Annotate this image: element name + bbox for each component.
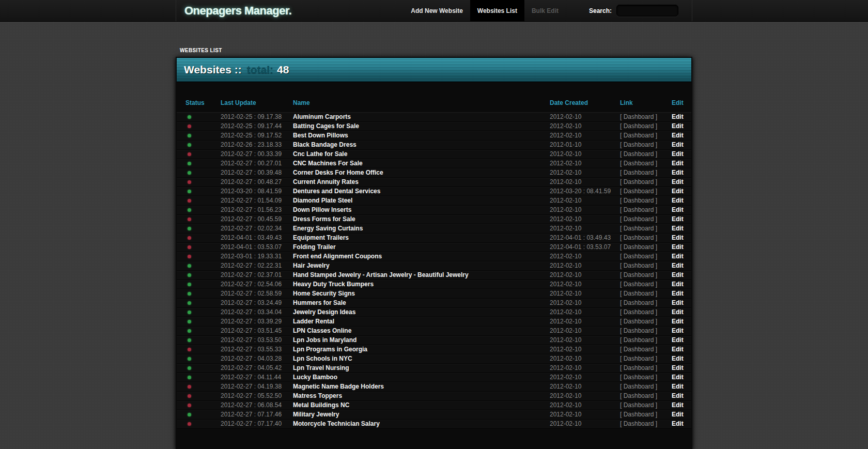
- column-header-last-update[interactable]: Last Update: [221, 94, 293, 112]
- dashboard-link[interactable]: [ Dashboard ]: [620, 141, 657, 148]
- status-cell: [177, 345, 221, 354]
- search-input[interactable]: [616, 5, 678, 17]
- edit-link[interactable]: Edit: [672, 150, 684, 158]
- dashboard-link[interactable]: [ Dashboard ]: [620, 188, 657, 195]
- dashboard-link[interactable]: [ Dashboard ]: [620, 243, 657, 251]
- edit-link[interactable]: Edit: [672, 178, 684, 185]
- dashboard-link[interactable]: [ Dashboard ]: [620, 308, 657, 316]
- edit-link[interactable]: Edit: [672, 169, 684, 176]
- edit-link[interactable]: Edit: [672, 411, 684, 418]
- edit-link[interactable]: Edit: [672, 271, 684, 278]
- edit-cell: Edit: [672, 177, 691, 187]
- status-green-icon: [188, 115, 191, 119]
- dashboard-link[interactable]: [ Dashboard ]: [620, 113, 657, 120]
- dashboard-link[interactable]: [ Dashboard ]: [620, 206, 657, 213]
- edit-link[interactable]: Edit: [672, 234, 684, 241]
- status-cell: [177, 354, 221, 363]
- edit-link[interactable]: Edit: [672, 383, 684, 390]
- dashboard-link[interactable]: [ Dashboard ]: [620, 132, 657, 139]
- column-header-status[interactable]: Status: [177, 94, 221, 112]
- dashboard-link[interactable]: [ Dashboard ]: [620, 169, 657, 176]
- last-update-cell: 2012-02-27 : 01.56.23: [221, 205, 293, 214]
- edit-link[interactable]: Edit: [672, 392, 684, 399]
- dashboard-link[interactable]: [ Dashboard ]: [620, 336, 657, 344]
- nav-websites-list[interactable]: Websites List: [470, 0, 524, 21]
- edit-link[interactable]: Edit: [672, 206, 684, 213]
- dashboard-link[interactable]: [ Dashboard ]: [620, 197, 657, 204]
- website-name: Lpn Schools in NYC: [293, 354, 550, 363]
- table-row: 2012-02-27 : 02.37.01Hand Stamped Jewelr…: [177, 270, 691, 280]
- website-name: Hair Jewelry: [293, 261, 550, 270]
- edit-link[interactable]: Edit: [672, 262, 684, 269]
- edit-link[interactable]: Edit: [672, 132, 684, 139]
- app-logo[interactable]: Onepagers Manager.: [184, 4, 291, 18]
- column-header-edit[interactable]: Edit: [672, 94, 691, 112]
- dashboard-link[interactable]: [ Dashboard ]: [620, 318, 657, 325]
- edit-cell: Edit: [672, 159, 691, 168]
- edit-cell: Edit: [672, 382, 691, 391]
- table-row: 2012-02-27 : 04.05.42Lpn Travel Nursing2…: [177, 363, 691, 373]
- dashboard-link[interactable]: [ Dashboard ]: [620, 122, 657, 130]
- edit-link[interactable]: Edit: [672, 355, 684, 362]
- last-update-cell: 2012-02-27 : 02.02.34: [221, 224, 293, 233]
- dashboard-link[interactable]: [ Dashboard ]: [620, 355, 657, 362]
- dashboard-link[interactable]: [ Dashboard ]: [620, 234, 657, 241]
- edit-link[interactable]: Edit: [672, 318, 684, 325]
- dashboard-link[interactable]: [ Dashboard ]: [620, 299, 657, 306]
- dashboard-link[interactable]: [ Dashboard ]: [620, 253, 657, 260]
- edit-link[interactable]: Edit: [672, 308, 684, 316]
- edit-link[interactable]: Edit: [672, 243, 684, 251]
- edit-link[interactable]: Edit: [672, 290, 684, 297]
- dashboard-link[interactable]: [ Dashboard ]: [620, 401, 657, 409]
- dashboard-link[interactable]: [ Dashboard ]: [620, 215, 657, 223]
- dashboard-link[interactable]: [ Dashboard ]: [620, 178, 657, 185]
- edit-link[interactable]: Edit: [672, 253, 684, 260]
- dashboard-link[interactable]: [ Dashboard ]: [620, 374, 657, 381]
- edit-link[interactable]: Edit: [672, 336, 684, 344]
- edit-link[interactable]: Edit: [672, 215, 684, 223]
- dashboard-link[interactable]: [ Dashboard ]: [620, 364, 657, 371]
- edit-link[interactable]: Edit: [672, 225, 684, 232]
- edit-link[interactable]: Edit: [672, 420, 684, 427]
- nav-add-new-website[interactable]: Add New Website: [404, 0, 470, 21]
- edit-link[interactable]: Edit: [672, 364, 684, 371]
- dashboard-link[interactable]: [ Dashboard ]: [620, 420, 657, 427]
- dashboard-link[interactable]: [ Dashboard ]: [620, 383, 657, 390]
- dashboard-link[interactable]: [ Dashboard ]: [620, 271, 657, 278]
- dashboard-link[interactable]: [ Dashboard ]: [620, 290, 657, 297]
- status-cell: [177, 307, 221, 317]
- dashboard-link[interactable]: [ Dashboard ]: [620, 346, 657, 353]
- edit-link[interactable]: Edit: [672, 160, 684, 167]
- dashboard-link[interactable]: [ Dashboard ]: [620, 160, 657, 167]
- edit-link[interactable]: Edit: [672, 299, 684, 306]
- column-header-link[interactable]: Link: [620, 94, 672, 112]
- column-header-name[interactable]: Name: [293, 94, 550, 112]
- edit-link[interactable]: Edit: [672, 113, 684, 120]
- dashboard-link[interactable]: [ Dashboard ]: [620, 281, 657, 288]
- edit-link[interactable]: Edit: [672, 197, 684, 204]
- website-name: Best Down Pillows: [293, 131, 550, 140]
- edit-link[interactable]: Edit: [672, 188, 684, 195]
- edit-link[interactable]: Edit: [672, 346, 684, 353]
- edit-link[interactable]: Edit: [672, 327, 684, 334]
- edit-cell: Edit: [672, 121, 691, 131]
- edit-link[interactable]: Edit: [672, 374, 684, 381]
- edit-cell: Edit: [672, 280, 691, 289]
- dashboard-link[interactable]: [ Dashboard ]: [620, 262, 657, 269]
- last-update-cell: 2012-02-27 : 03.34.04: [221, 307, 293, 317]
- edit-link[interactable]: Edit: [672, 141, 684, 148]
- edit-link[interactable]: Edit: [672, 401, 684, 409]
- status-cell: [177, 205, 221, 214]
- dashboard-link[interactable]: [ Dashboard ]: [620, 411, 657, 418]
- edit-link[interactable]: Edit: [672, 122, 684, 130]
- dashboard-link[interactable]: [ Dashboard ]: [620, 327, 657, 334]
- link-cell: [ Dashboard ]: [620, 242, 672, 252]
- status-cell: [177, 168, 221, 177]
- edit-link[interactable]: Edit: [672, 281, 684, 288]
- dashboard-link[interactable]: [ Dashboard ]: [620, 392, 657, 399]
- dashboard-link[interactable]: [ Dashboard ]: [620, 225, 657, 232]
- status-cell: [177, 289, 221, 298]
- dashboard-link[interactable]: [ Dashboard ]: [620, 150, 657, 158]
- column-header-date-created[interactable]: Date Created: [550, 94, 620, 112]
- status-cell: [177, 270, 221, 280]
